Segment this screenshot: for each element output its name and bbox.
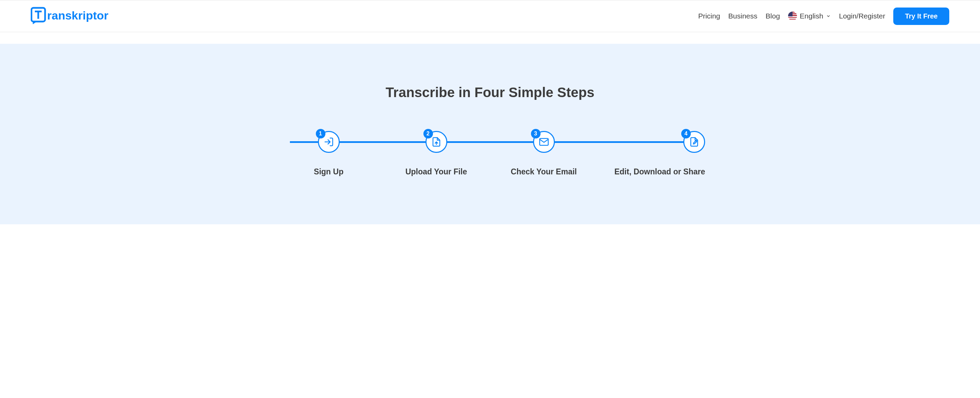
flag-us-icon: [788, 12, 797, 21]
nav-login[interactable]: Login/Register: [839, 12, 885, 20]
nav-business[interactable]: Business: [728, 12, 757, 20]
language-selector[interactable]: English: [788, 12, 831, 21]
main-nav: Pricing Business Blog English Login/Regi…: [698, 8, 949, 25]
step-label: Sign Up: [314, 167, 344, 176]
step-4: 4 Edit, Download or Share: [598, 131, 705, 176]
step-number-badge: 4: [681, 129, 691, 139]
language-label: English: [800, 12, 823, 20]
step-2: 2 Upload Your File: [382, 131, 490, 176]
step-number-badge: 2: [423, 129, 433, 139]
hero-section: Transcribe in Four Simple Steps 1 Sign U…: [0, 44, 980, 224]
brand-logo[interactable]: ranskriptor: [31, 6, 126, 26]
try-free-button[interactable]: Try It Free: [893, 8, 949, 25]
step-number-badge: 3: [531, 129, 541, 139]
header: ranskriptor Pricing Business Blog Englis…: [0, 0, 980, 32]
svg-rect-2: [38, 11, 39, 19]
nav-blog[interactable]: Blog: [765, 12, 780, 20]
step-label: Check Your Email: [511, 167, 577, 176]
hero-title: Transcribe in Four Simple Steps: [0, 85, 980, 100]
chevron-down-icon: [826, 14, 831, 18]
step-3: 3 Check Your Email: [490, 131, 598, 176]
svg-text:ranskriptor: ranskriptor: [47, 9, 108, 22]
nav-pricing[interactable]: Pricing: [698, 12, 720, 20]
step-number-badge: 1: [316, 129, 325, 139]
step-label: Edit, Download or Share: [614, 167, 705, 176]
step-label: Upload Your File: [405, 167, 467, 176]
step-1: 1 Sign Up: [275, 131, 382, 176]
steps-container: 1 Sign Up 2 Upload Your File 3: [268, 131, 712, 176]
